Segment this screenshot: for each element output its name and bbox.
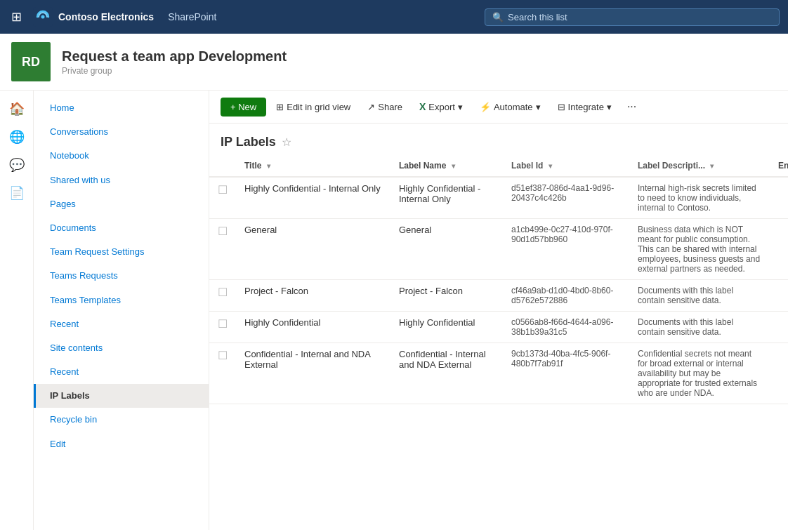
org-logo: Contoso Electronics xyxy=(33,7,154,27)
col-header-check xyxy=(209,155,236,177)
site-title: Request a team app Development xyxy=(62,48,287,65)
sidebar-item-recycle-bin[interactable]: Recycle bin xyxy=(34,408,209,432)
automate-button[interactable]: ⚡ Automate ▾ xyxy=(473,98,548,117)
excel-icon: X xyxy=(419,101,426,112)
sidebar-item-conversations[interactable]: Conversations xyxy=(34,120,209,144)
chat-nav-icon[interactable]: 💬 xyxy=(4,152,29,178)
row-label-id-0: d51ef387-086d-4aa1-9d96-20437c4c426b xyxy=(503,177,629,219)
sidebar-item-ip-labels[interactable]: IP Labels xyxy=(34,384,209,408)
toolbar: + New ⊞ Edit in grid view ↗ Share X Expo… xyxy=(209,91,788,124)
sort-desc-icon: ▾ xyxy=(710,162,714,170)
sort-labelid-icon: ▾ xyxy=(549,162,552,170)
col-header-label-id[interactable]: Label Id ▾ xyxy=(503,155,629,177)
row-title-3: Highly Confidential xyxy=(236,312,390,343)
content-area: + New ⊞ Edit in grid view ↗ Share X Expo… xyxy=(209,91,788,530)
page-title-area: IP Labels ☆ xyxy=(209,124,788,155)
integrate-button[interactable]: ⊟ Integrate ▾ xyxy=(551,98,619,117)
sidebar-item-pages[interactable]: Pages xyxy=(34,192,209,216)
org-name: Contoso Electronics xyxy=(58,11,154,22)
search-bar[interactable]: 🔍 Search this list xyxy=(485,8,780,26)
sidebar-item-recent[interactable]: Recent xyxy=(34,360,209,384)
export-button[interactable]: X Export ▾ xyxy=(412,97,470,117)
export-label: Export xyxy=(428,102,455,112)
sidebar-item-teams-requests[interactable]: Teams Requests xyxy=(34,264,209,288)
row-checkbox-2[interactable]: ☐ xyxy=(209,280,236,312)
automate-label: Automate xyxy=(494,102,533,112)
table-row[interactable]: ☐ Highly Confidential Highly Confidentia… xyxy=(209,312,788,343)
row-label-name-4: Confidential - Internal and NDA External xyxy=(390,343,503,404)
table-row[interactable]: ☐ Highly Confidential - Internal Only Hi… xyxy=(209,177,788,219)
row-checkbox-1[interactable]: ☐ xyxy=(209,219,236,280)
row-label-id-2: cf46a9ab-d1d0-4bd0-8b60-d5762e572886 xyxy=(503,280,629,312)
new-button[interactable]: + New xyxy=(221,98,266,117)
ip-labels-table: Title ▾ Label Name ▾ Label Id ▾ Label De… xyxy=(209,155,788,404)
row-checkbox-3[interactable]: ☐ xyxy=(209,312,236,343)
sidebar-item-notebook[interactable]: Notebook xyxy=(34,144,209,168)
avatar: RD xyxy=(11,42,51,81)
row-checkbox-0[interactable]: ☐ xyxy=(209,177,236,219)
share-button[interactable]: ↗ Share xyxy=(360,98,409,117)
more-button[interactable]: ··· xyxy=(622,96,642,117)
row-label-desc-4: Confidential secrets not meant for broad… xyxy=(629,343,770,404)
row-checkbox-4[interactable]: ☐ xyxy=(209,343,236,404)
sidebar-item-team-request-settings[interactable]: Team Request Settings xyxy=(34,240,209,264)
row-label-desc-0: Internal high-risk secrets limited to ne… xyxy=(629,177,770,219)
share-label: Share xyxy=(378,102,402,112)
app-name: SharePoint xyxy=(168,11,216,22)
home-nav-icon[interactable]: 🏠 xyxy=(4,96,29,121)
table-row[interactable]: ☐ Confidential - Internal and NDA Extern… xyxy=(209,343,788,404)
row-label-id-4: 9cb1373d-40ba-4fc5-906f-480b7f7ab91f xyxy=(503,343,629,404)
row-label-id-3: c0566ab8-f66d-4644-a096-38b1b39a31c5 xyxy=(503,312,629,343)
automate-chevron-icon: ▾ xyxy=(536,102,541,112)
table-row[interactable]: ☐ Project - Falcon Project - Falcon cf46… xyxy=(209,280,788,312)
contoso-logo-icon xyxy=(33,7,53,27)
table-row[interactable]: ☐ General General a1cb499e-0c27-410d-970… xyxy=(209,219,788,280)
site-header: RD Request a team app Development Privat… xyxy=(0,34,788,91)
sidebar-item-teams-templates[interactable]: Teams Templates xyxy=(34,288,209,312)
sidebar-item-documents[interactable]: Documents xyxy=(34,216,209,240)
col-header-label-name[interactable]: Label Name ▾ xyxy=(390,155,503,177)
sidebar: HomeConversationsNotebookShared with usP… xyxy=(34,91,209,530)
export-chevron-icon: ▾ xyxy=(458,102,463,112)
table-header: Title ▾ Label Name ▾ Label Id ▾ Label De… xyxy=(209,155,788,177)
automate-icon: ⚡ xyxy=(480,102,491,112)
star-icon[interactable]: ☆ xyxy=(282,135,291,149)
row-title-4: Confidential - Internal and NDA External xyxy=(236,343,390,404)
table-body: ☐ Highly Confidential - Internal Only Hi… xyxy=(209,177,788,404)
integrate-icon: ⊟ xyxy=(558,102,565,112)
row-label-name-2: Project - Falcon xyxy=(390,280,503,312)
sidebar-item-site-contents[interactable]: Site contents xyxy=(34,336,209,360)
share-icon: ↗ xyxy=(367,102,375,112)
integrate-label: Integrate xyxy=(568,102,604,112)
svg-point-1 xyxy=(41,15,45,19)
left-strip: 🏠 🌐 💬 📄 xyxy=(0,91,34,530)
col-header-label-desc[interactable]: Label Descripti... ▾ xyxy=(629,155,770,177)
row-label-name-3: Highly Confidential xyxy=(390,312,503,343)
global-nav-icon[interactable]: 🌐 xyxy=(4,124,29,149)
row-label-desc-3: Documents with this label contain sensit… xyxy=(629,312,770,343)
integrate-chevron-icon: ▾ xyxy=(607,102,612,112)
search-icon: 🔍 xyxy=(492,12,504,22)
page-title: IP Labels xyxy=(221,135,276,149)
sidebar-item-home[interactable]: Home xyxy=(34,96,209,120)
sidebar-item-recent[interactable]: Recent xyxy=(34,312,209,336)
col-header-enabled[interactable]: Enabled ▾ xyxy=(770,155,788,177)
row-title-1: General xyxy=(236,219,390,280)
row-label-name-1: General xyxy=(390,219,503,280)
site-title-area: Request a team app Development Private g… xyxy=(62,48,287,76)
row-label-desc-2: Documents with this label contain sensit… xyxy=(629,280,770,312)
row-label-id-1: a1cb499e-0c27-410d-970f-90d1d57bb960 xyxy=(503,219,629,280)
doc-nav-icon[interactable]: 📄 xyxy=(4,180,29,206)
sort-labelname-icon: ▾ xyxy=(452,162,455,170)
main-layout: 🏠 🌐 💬 📄 HomeConversationsNotebookShared … xyxy=(0,91,788,530)
topbar: ⊞ Contoso Electronics SharePoint 🔍 Searc… xyxy=(0,0,788,34)
grid-icon: ⊞ xyxy=(276,102,284,112)
edit-grid-button[interactable]: ⊞ Edit in grid view xyxy=(269,98,357,117)
row-label-desc-1: Business data which is NOT meant for pub… xyxy=(629,219,770,280)
col-header-title[interactable]: Title ▾ xyxy=(236,155,390,177)
sidebar-item-edit[interactable]: Edit xyxy=(34,432,209,456)
sidebar-item-shared-with-us[interactable]: Shared with us xyxy=(34,168,209,192)
search-placeholder: Search this list xyxy=(508,12,567,22)
row-label-name-0: Highly Confidential - Internal Only xyxy=(390,177,503,219)
waffle-icon[interactable]: ⊞ xyxy=(8,6,25,27)
